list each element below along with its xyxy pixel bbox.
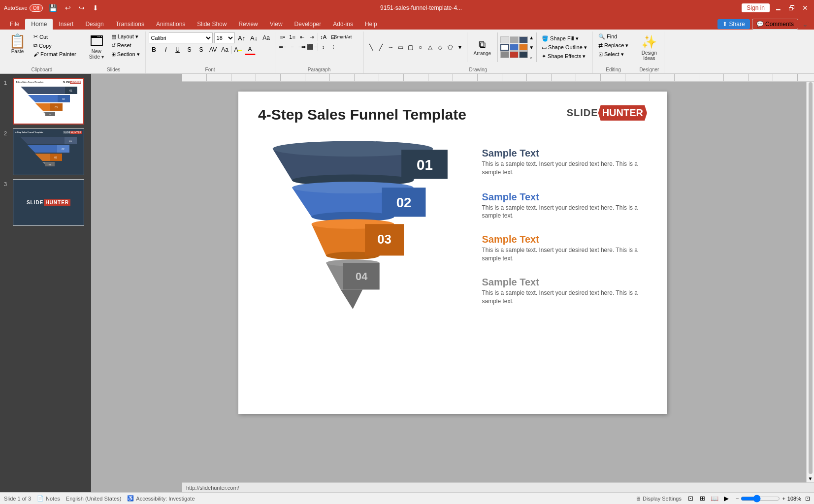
italic-button[interactable]: I	[161, 44, 171, 55]
tab-view[interactable]: View	[264, 19, 289, 30]
bullets-button[interactable]: ≡•	[278, 32, 287, 41]
copy-button[interactable]: ⧉ Copy	[31, 41, 79, 50]
shape-rect-icon[interactable]: ▭	[396, 43, 405, 52]
convert-smartart-button[interactable]: SmartArt	[339, 32, 348, 41]
share-button[interactable]: ⬆ Share	[717, 19, 749, 29]
font-size-selector[interactable]: 18	[214, 32, 235, 43]
slide-sorter-button[interactable]: ⊞	[697, 493, 708, 504]
shape-more-icon[interactable]: ▾	[456, 43, 464, 52]
quick-style-1[interactable]	[500, 36, 509, 43]
funnel-title-1[interactable]: Sample Text	[482, 148, 647, 159]
tab-help[interactable]: Help	[359, 19, 383, 30]
shape-oval-icon[interactable]: ○	[416, 43, 425, 52]
accessibility-info[interactable]: ♿ Accessibility: Investigate	[127, 495, 195, 502]
slide-thumbnail-1[interactable]: 4-Step Sales Funnel Template 01 02 0	[13, 78, 84, 125]
slide-thumbnail-3[interactable]: SLIDEHUNTER	[13, 179, 84, 226]
minimize-icon[interactable]: 🗕	[773, 3, 783, 13]
find-button[interactable]: 🔍 Find	[596, 32, 631, 41]
layout-button[interactable]: ▤ Layout ▾	[109, 32, 142, 41]
shape-line-icon[interactable]: ╲	[367, 43, 376, 52]
zoom-out-button[interactable]: −	[736, 496, 739, 502]
funnel-title-3[interactable]: Sample Text	[482, 234, 647, 245]
char-spacing-button[interactable]: AV	[208, 44, 219, 55]
justify-button[interactable]: ⬛≡	[308, 42, 317, 51]
funnel-title-4[interactable]: Sample Text	[482, 277, 647, 288]
arrange-button[interactable]: ⧉ Arrange	[470, 37, 495, 58]
numbering-button[interactable]: 1≡	[288, 32, 297, 41]
scroll-thumb[interactable]	[809, 82, 813, 474]
align-center-button[interactable]: ≡	[288, 42, 297, 51]
slideshow-button[interactable]: ▶	[721, 493, 732, 504]
zoom-in-button[interactable]: +	[782, 496, 785, 502]
quick-style-3[interactable]	[519, 36, 528, 43]
undo-icon[interactable]: ↩	[63, 3, 73, 13]
format-painter-button[interactable]: 🖌 Format Painter	[31, 50, 79, 58]
new-slide-button[interactable]: 🗔 NewSlide ▾	[85, 32, 108, 62]
funnel-title-2[interactable]: Sample Text	[482, 191, 647, 203]
bold-button[interactable]: B	[149, 44, 160, 55]
increase-font-size-button[interactable]: A↑	[236, 32, 247, 43]
font-family-selector[interactable]: Calibri	[149, 32, 213, 43]
underline-button[interactable]: U	[172, 44, 183, 55]
slide-canvas[interactable]: 4-Step Sales Funnel Template SLIDE HUNTE…	[238, 92, 667, 414]
shape-triangle-icon[interactable]: △	[426, 43, 435, 52]
notes-button[interactable]: 📄 Notes	[37, 495, 60, 502]
decrease-font-size-button[interactable]: A↓	[249, 32, 260, 43]
signin-button[interactable]: Sign in	[742, 3, 770, 12]
tab-animations[interactable]: Animations	[150, 19, 191, 30]
quick-styles-more[interactable]: ⌄	[529, 54, 534, 60]
tab-review[interactable]: Review	[232, 19, 263, 30]
strikethrough-button[interactable]: S	[184, 44, 195, 55]
scroll-down-button[interactable]: ▼	[807, 475, 814, 482]
quick-style-4[interactable]	[500, 44, 509, 51]
shape-line2-icon[interactable]: ╱	[377, 43, 386, 52]
shape-effects-button[interactable]: ✦ Shape Effects ▾	[539, 52, 589, 61]
quick-style-6[interactable]	[519, 44, 528, 51]
tab-insert[interactable]: Insert	[53, 19, 79, 30]
shape-rounded-icon[interactable]: ▢	[406, 43, 415, 52]
close-icon[interactable]: ✕	[800, 3, 810, 13]
tab-addins[interactable]: Add-ins	[327, 19, 359, 30]
font-color-button[interactable]: A	[245, 44, 256, 55]
shape-fill-button[interactable]: 🪣 Shape Fill ▾	[539, 34, 589, 43]
tab-developer[interactable]: Developer	[289, 19, 327, 30]
slide-thumbnail-2[interactable]: 4-Step Sales Funnel Template 01 02 03	[13, 128, 84, 175]
quick-style-7[interactable]	[500, 51, 509, 58]
restore-icon[interactable]: 🗗	[786, 3, 797, 13]
quick-style-2[interactable]	[510, 36, 519, 43]
tab-slideshow[interactable]: Slide Show	[191, 19, 232, 30]
display-settings-button[interactable]: 🖥 Display Settings	[635, 496, 682, 502]
shape-arrow-icon[interactable]: →	[387, 43, 395, 52]
comments-button[interactable]: 💬 Comments	[752, 19, 798, 30]
font-case-button[interactable]: Aa	[220, 44, 230, 55]
zoom-slider[interactable]	[741, 495, 780, 503]
highlight-color-button[interactable]: A▬	[233, 44, 244, 55]
shape-pentagon-icon[interactable]: ⬠	[446, 43, 455, 52]
quick-styles-scroll-down[interactable]: ▼	[529, 45, 534, 50]
design-ideas-button[interactable]: ✨ DesignIdeas	[637, 32, 661, 63]
tab-home[interactable]: Home	[25, 19, 53, 30]
section-button[interactable]: ⊞ Section ▾	[109, 50, 142, 59]
quick-style-9[interactable]	[519, 51, 528, 58]
replace-button[interactable]: ⇄ Replace ▾	[596, 41, 631, 50]
collapse-ribbon-icon[interactable]: ⌄	[800, 19, 810, 29]
vertical-scrollbar[interactable]: ▲ ▼	[806, 74, 814, 482]
clear-format-button[interactable]: Aa	[261, 32, 272, 43]
quick-styles-scroll-up[interactable]: ▲	[529, 35, 534, 40]
reset-button[interactable]: ↺ Reset	[109, 41, 142, 50]
fit-slide-button[interactable]: ⊡	[805, 495, 810, 502]
shape-outline-button[interactable]: ▭ Shape Outline ▾	[539, 43, 589, 52]
redo-icon[interactable]: ↪	[77, 3, 87, 13]
text-direction-button[interactable]: ↕A	[319, 32, 328, 41]
increase-indent-button[interactable]: ⇥	[308, 32, 317, 41]
quick-style-8[interactable]	[510, 51, 519, 58]
save-icon[interactable]: 💾	[47, 3, 59, 13]
shape-diamond-icon[interactable]: ◇	[436, 43, 445, 52]
reading-view-button[interactable]: 📖	[709, 493, 720, 504]
quick-style-5[interactable]	[510, 44, 519, 51]
paste-button[interactable]: 📋 Paste	[5, 32, 30, 56]
line-spacing-button[interactable]: ↕	[319, 42, 328, 51]
align-right-button[interactable]: ≡➡	[298, 42, 307, 51]
autosave-toggle[interactable]: Off	[30, 4, 43, 12]
canvas-area[interactable]: 4-Step Sales Funnel Template SLIDE HUNTE…	[91, 74, 814, 492]
